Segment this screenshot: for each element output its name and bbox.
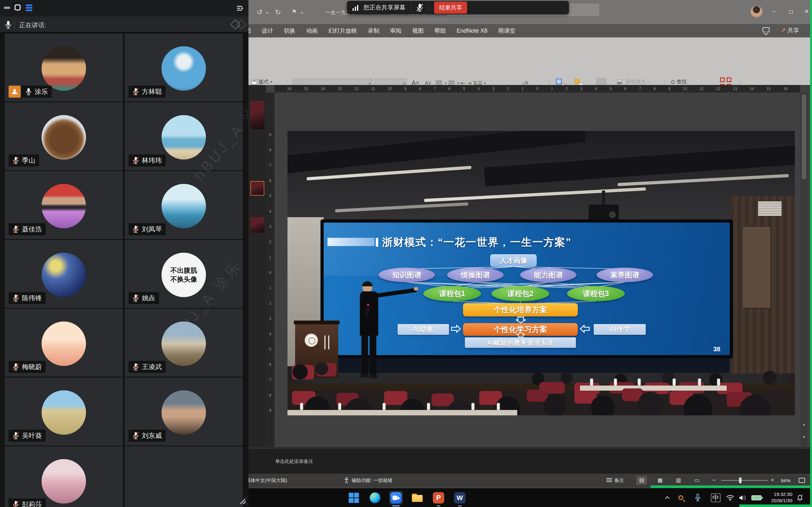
meeting-minimize-button[interactable] bbox=[4, 7, 10, 9]
vertical-scrollbar[interactable]: ▲ ▼ bbox=[800, 93, 808, 447]
participant-avatar bbox=[42, 184, 86, 228]
maximize-button[interactable]: ◻ bbox=[785, 7, 796, 16]
meeting-maximize-button[interactable] bbox=[15, 4, 20, 10]
slide-sorter-view-button[interactable]: ▦ bbox=[655, 476, 665, 485]
notes-placeholder[interactable]: 单击此处添加备注 bbox=[275, 458, 313, 464]
slideshow-view-button[interactable]: ▭ bbox=[692, 476, 702, 485]
wifi-status[interactable] bbox=[726, 488, 734, 507]
scroll-up-icon[interactable]: ▲ bbox=[802, 422, 806, 426]
scroll-down-icon[interactable]: ▼ bbox=[802, 435, 806, 439]
participant-tile[interactable]: 季山 bbox=[5, 102, 123, 170]
zoom-level[interactable]: 84% bbox=[781, 474, 791, 487]
account-avatar[interactable] bbox=[751, 6, 762, 18]
mic-status-icon bbox=[12, 225, 19, 233]
projection-screen: 浙财模式：“一花一世界，一生一方案” 人才画像 知识图谱情操图谱能力图谱素养图谱… bbox=[324, 223, 730, 355]
slide-thumbnail[interactable] bbox=[250, 217, 264, 233]
share-button[interactable]: ↗ 共享 bbox=[781, 26, 799, 34]
ruler-number: 3 bbox=[580, 87, 582, 91]
participant-tile[interactable]: 不出腹肌 不换头像 bbox=[125, 240, 243, 308]
participant-tile[interactable]: 林玮玮 bbox=[125, 102, 243, 170]
zoom-slider[interactable] bbox=[721, 480, 768, 481]
ribbon-tab[interactable]: 视图 bbox=[412, 27, 423, 35]
ribbon-tab[interactable]: 录制 bbox=[368, 27, 379, 35]
participant-name: 陈伟锋 bbox=[22, 294, 42, 302]
ribbon-tab[interactable]: 图 bbox=[248, 27, 251, 35]
ribbon-tab[interactable]: EndNote X8 bbox=[457, 27, 488, 34]
participant-tile[interactable]: 方林聪 bbox=[125, 34, 243, 102]
collapse-panel-icon[interactable] bbox=[237, 4, 245, 12]
ribbon-tab[interactable]: 帮助 bbox=[435, 27, 446, 35]
banner-mic-muted-icon[interactable] bbox=[416, 3, 423, 12]
language-label: 简体中文(中国大陆) bbox=[248, 477, 287, 484]
zoom-in-button[interactable]: + bbox=[771, 477, 774, 484]
meeting-titlebar bbox=[0, 0, 248, 16]
powerpoint-app-button[interactable]: P bbox=[432, 491, 446, 505]
participant-tile[interactable]: 吴叶葵 bbox=[5, 378, 123, 446]
notes-pane[interactable]: 单击此处添加备注 bbox=[248, 449, 812, 474]
language-status[interactable]: 简体中文(中国大陆) bbox=[248, 474, 287, 487]
ruler-number: 6 bbox=[269, 178, 271, 183]
participant-avatar bbox=[161, 46, 206, 91]
ribbon-tab[interactable]: 审阅 bbox=[390, 27, 401, 35]
find-button[interactable]: 查找 bbox=[671, 79, 687, 85]
layout-button[interactable]: 版式▾ bbox=[252, 79, 272, 85]
start-button[interactable] bbox=[347, 491, 361, 505]
folder-icon bbox=[412, 494, 423, 502]
participant-tile[interactable]: 聂佳浩 bbox=[5, 171, 123, 239]
participant-tag: 聂佳浩 bbox=[9, 223, 46, 235]
shape-fill-button[interactable]: 形状填充▾ bbox=[617, 79, 649, 85]
edge-browser-button[interactable] bbox=[368, 491, 382, 505]
ruler-number: 6 bbox=[624, 87, 626, 91]
normal-view-button[interactable]: ▤ bbox=[636, 476, 647, 485]
ime-indicator[interactable]: 中 bbox=[711, 488, 721, 507]
undo-icon[interactable]: ↺ bbox=[257, 8, 262, 16]
file-explorer-button[interactable] bbox=[410, 491, 424, 505]
ribbon-tab[interactable]: 动画 bbox=[306, 27, 318, 35]
zoom-out-button[interactable]: − bbox=[712, 477, 716, 484]
ribbon-tab[interactable]: 幻灯片放映 bbox=[328, 27, 357, 35]
participant-tile[interactable]: 梅晓蔚 bbox=[5, 309, 123, 377]
quickaccess-chevron-icon[interactable]: ▾ bbox=[301, 11, 303, 15]
notes-toggle-button[interactable]: 备注 bbox=[606, 474, 624, 487]
zoom-slider-handle[interactable] bbox=[739, 477, 742, 483]
ruler-number: 2 bbox=[507, 87, 509, 91]
participant-tile[interactable]: 王凌武 bbox=[125, 309, 243, 377]
vertical-ruler: 9876543210123456789 bbox=[266, 93, 274, 447]
slide-thumbnail-current[interactable] bbox=[250, 181, 264, 195]
presenter-badge bbox=[9, 86, 20, 98]
slide-thumbnail[interactable] bbox=[250, 101, 264, 129]
accessibility-status[interactable]: 辅助功能: 一切就绪 bbox=[344, 474, 392, 487]
participant-tile[interactable]: 彭莉莎 bbox=[5, 446, 123, 507]
university-crest bbox=[305, 334, 318, 347]
meeting-app-button[interactable] bbox=[389, 491, 403, 505]
reading-view-button[interactable]: ▥ bbox=[673, 476, 684, 485]
participant-tile[interactable]: 刘东威 bbox=[125, 378, 243, 446]
word-app-button[interactable]: W bbox=[453, 491, 467, 505]
participant-avatar bbox=[161, 322, 206, 366]
tray-search-app[interactable] bbox=[678, 488, 683, 507]
participant-tile[interactable]: 涂乐 bbox=[5, 34, 123, 102]
ruler-number: 9 bbox=[668, 87, 670, 91]
slide-canvas[interactable]: 浙财模式：“一花一世界，一生一方案” 人才画像 知识图谱情操图谱能力图谱素养图谱… bbox=[274, 93, 800, 447]
left-arrow-icon bbox=[580, 325, 590, 333]
tray-mic-app[interactable] bbox=[695, 488, 701, 507]
taskbar-clock[interactable]: 19:32:30 2026/1/30 bbox=[771, 491, 792, 504]
ribbon-tab[interactable]: 设计 bbox=[262, 27, 273, 35]
tray-hidden-icons-button[interactable] bbox=[666, 488, 669, 507]
diagram-node-graph: 情操图谱 bbox=[447, 268, 504, 282]
ribbon-tab[interactable]: 雨课堂 bbox=[498, 27, 515, 35]
meeting-app-icon bbox=[390, 492, 402, 504]
window-resize-grip[interactable] bbox=[239, 497, 247, 505]
minimize-button[interactable]: ─ bbox=[768, 7, 779, 16]
comments-icon[interactable] bbox=[762, 27, 769, 32]
slideshow-icon[interactable]: ⚑ bbox=[292, 8, 297, 15]
participant-tile[interactable]: 刘凤琴 bbox=[125, 171, 243, 239]
ribbon-tab[interactable]: 切换 bbox=[284, 27, 295, 35]
scrollbar-thumb[interactable] bbox=[802, 95, 806, 179]
undo-chevron-icon[interactable]: ▾ bbox=[266, 11, 268, 15]
participant-tile[interactable]: 陈伟锋 bbox=[5, 240, 123, 308]
redo-icon[interactable]: ↻ bbox=[275, 8, 281, 16]
fit-to-window-button[interactable] bbox=[799, 474, 805, 487]
word-icon: W bbox=[454, 492, 465, 504]
end-share-button[interactable]: 结束共享 bbox=[434, 2, 467, 14]
